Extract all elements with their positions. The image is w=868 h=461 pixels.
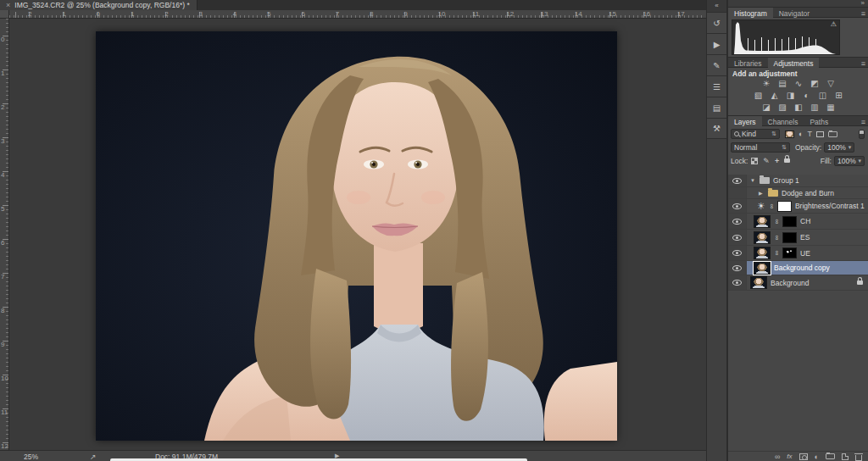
brightness-contrast-icon[interactable]: ☀ <box>761 79 771 88</box>
filter-pixel-layers-icon[interactable] <box>785 131 794 138</box>
layer-row-brightness-contrast[interactable]: ☀ ∞ Brightness/Contrast 1 <box>728 199 868 214</box>
layer-thumbnail[interactable] <box>754 231 771 244</box>
zoom-level-field[interactable]: 25% <box>24 453 38 461</box>
layers-footer: ∞ fx ◐ <box>728 451 868 461</box>
actions-panel-icon[interactable]: ▶ <box>707 33 726 54</box>
filter-smart-object-icon[interactable] <box>828 131 837 137</box>
channel-mixer-icon[interactable]: ◫ <box>818 91 828 100</box>
layer-mask-thumbnail[interactable] <box>782 247 797 258</box>
export-icon[interactable]: ↗ <box>90 453 97 461</box>
lock-transparency-icon[interactable] <box>751 158 758 164</box>
layer-mask-thumbnail[interactable] <box>777 201 792 212</box>
filter-adjustment-layers-icon[interactable]: ◐ <box>798 130 803 138</box>
layer-row-background-copy[interactable]: Background copy <box>728 261 868 275</box>
tool-presets-panel-icon[interactable]: ⚒ <box>707 118 726 139</box>
posterize-icon[interactable]: ▨ <box>777 103 787 112</box>
layer-style-button[interactable]: fx <box>787 453 792 460</box>
eye-icon <box>732 250 742 256</box>
ruler-number: 5 <box>267 10 270 18</box>
visibility-toggle[interactable] <box>728 230 747 245</box>
invert-icon[interactable]: ◪ <box>761 103 771 112</box>
histogram-graph: ⚠ <box>732 19 840 55</box>
tab-channels[interactable]: Channels <box>762 116 804 127</box>
canvas-image[interactable] <box>96 31 617 441</box>
lock-position-icon[interactable]: + <box>775 157 779 165</box>
character-panel-icon[interactable]: ☰ <box>707 75 726 97</box>
collapse-dock-icon[interactable]: « <box>707 0 726 12</box>
vibrance-icon[interactable]: ▽ <box>826 79 836 88</box>
visibility-toggle[interactable] <box>728 275 747 290</box>
new-layer-button[interactable] <box>842 453 849 460</box>
filter-type-layers-icon[interactable]: T <box>807 130 812 138</box>
close-tab-icon[interactable]: × <box>6 1 10 9</box>
layer-name: Dodge and Burn <box>782 189 834 197</box>
photo-filter-icon[interactable]: ◐ <box>802 91 812 100</box>
black-white-icon[interactable]: ◨ <box>786 91 796 100</box>
disclosure-triangle-icon[interactable]: ▼ <box>750 178 756 183</box>
add-mask-button[interactable] <box>799 453 808 460</box>
layer-row-es[interactable]: ∞ ES <box>728 230 868 246</box>
lock-paint-icon[interactable]: ✎ <box>763 157 770 165</box>
layer-thumbnail[interactable] <box>754 215 771 228</box>
tab-layers[interactable]: Layers <box>728 116 762 127</box>
color-balance-icon[interactable]: ◭ <box>770 91 780 100</box>
histogram-refresh-warning-icon[interactable]: ⚠ <box>831 20 837 28</box>
layer-mask-thumbnail[interactable] <box>782 232 797 243</box>
filter-on-off-toggle[interactable] <box>859 130 865 139</box>
layer-row-group1[interactable]: ▼ Group 1 <box>728 175 868 187</box>
clone-source-panel-icon[interactable]: ▤ <box>707 97 726 118</box>
levels-icon[interactable]: ▤ <box>777 79 787 88</box>
curves-icon[interactable]: ∿ <box>793 79 804 88</box>
panel-dock: « ↺ ▶ ✎ ☰ ▤ ⚒ <box>706 0 727 461</box>
blend-mode-select[interactable]: Normal ⇅ <box>731 142 790 153</box>
opacity-label: Opacity: <box>795 143 821 152</box>
link-layers-button[interactable]: ∞ <box>775 453 780 461</box>
exposure-icon[interactable]: ◩ <box>810 79 820 88</box>
layer-row-ch[interactable]: ∞ CH <box>728 214 868 230</box>
right-panel-column: » Histogram Navigator ≡ <box>727 0 868 461</box>
layer-row-dodge-and-burn[interactable]: ▶ Dodge and Burn <box>728 187 868 199</box>
selective-color-icon[interactable]: ▦ <box>826 103 836 112</box>
fill-input[interactable]: 100% ▾ <box>834 156 865 166</box>
hue-saturation-icon[interactable]: ▧ <box>754 91 764 100</box>
delete-layer-button[interactable] <box>855 455 862 461</box>
layer-thumbnail[interactable] <box>754 262 771 275</box>
visibility-toggle[interactable] <box>728 261 747 275</box>
panel-menu-icon[interactable]: ≡ <box>861 9 865 18</box>
color-lookup-icon[interactable]: ⊞ <box>834 91 844 100</box>
visibility-toggle[interactable] <box>728 175 747 186</box>
brush-panel-icon[interactable]: ✎ <box>707 54 726 75</box>
history-panel-icon[interactable]: ↺ <box>707 12 726 33</box>
layer-filter-kind-select[interactable]: Kind ⇅ <box>731 129 780 139</box>
layer-row-background[interactable]: Background <box>728 275 868 291</box>
layer-row-ue[interactable]: ∞ UE <box>728 246 868 261</box>
panel-menu-icon[interactable]: ≡ <box>861 59 865 68</box>
opacity-value: 100% <box>827 143 846 152</box>
tab-paths[interactable]: Paths <box>804 116 834 127</box>
opacity-input[interactable]: 100% ▾ <box>824 142 854 153</box>
panel-menu-icon[interactable]: ≡ <box>861 118 865 126</box>
ruler-number: 12 <box>506 10 514 18</box>
group-folder-icon <box>768 190 778 197</box>
filter-shape-layers-icon[interactable] <box>816 131 824 137</box>
ruler-number: 2 <box>164 10 168 18</box>
ruler-number: 6 <box>1 239 4 247</box>
visibility-toggle[interactable] <box>728 187 747 198</box>
threshold-icon[interactable]: ◧ <box>793 103 804 112</box>
new-adjustment-layer-button[interactable]: ◐ <box>815 453 819 461</box>
visibility-toggle[interactable] <box>728 246 747 260</box>
collapse-panels-icon[interactable]: » <box>861 0 865 7</box>
ruler-number: 10 <box>438 10 446 18</box>
disclosure-triangle-icon[interactable]: ▶ <box>759 190 765 196</box>
ruler-number: 12 <box>1 442 8 450</box>
visibility-toggle[interactable] <box>728 214 747 229</box>
ruler-number: 14 <box>575 10 582 18</box>
layer-mask-thumbnail[interactable] <box>782 216 797 227</box>
layer-thumbnail[interactable] <box>754 247 771 259</box>
document-tab[interactable]: ×IMG_3524.CR2 @ 25% (Background copy, RG… <box>0 0 198 10</box>
gradient-map-icon[interactable]: ▥ <box>810 103 820 112</box>
new-group-button[interactable] <box>826 453 835 459</box>
visibility-toggle[interactable] <box>728 199 747 213</box>
layer-thumbnail[interactable] <box>750 276 767 289</box>
lock-all-icon[interactable] <box>784 158 790 163</box>
